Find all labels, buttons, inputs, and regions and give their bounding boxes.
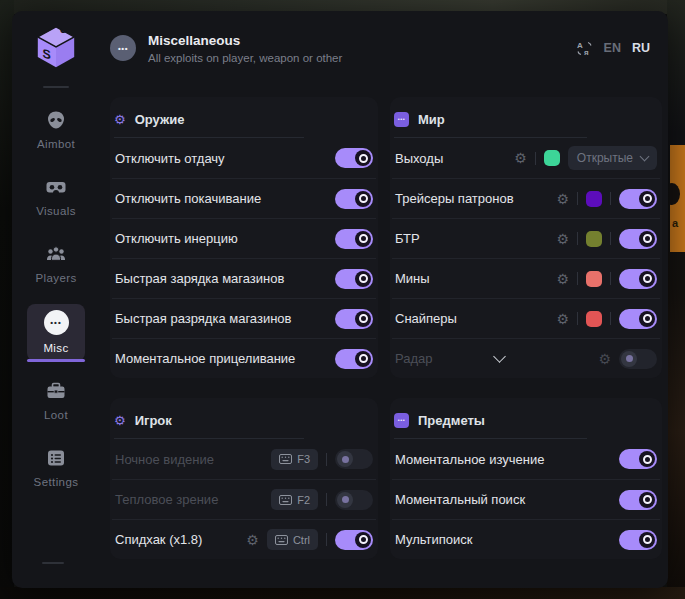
sidebar-item-label: Loot [44, 409, 68, 421]
sidebar-item-loot[interactable]: Loot [27, 374, 85, 428]
chat-dots-icon [394, 112, 409, 127]
toggle-knob [355, 191, 371, 207]
hotkey-badge[interactable]: F2 [271, 489, 318, 510]
hotkey-label: F3 [297, 453, 310, 465]
toggle-on[interactable] [335, 309, 373, 329]
feature-row: Ночное видение F3 [112, 439, 376, 479]
banner-char: а [672, 217, 678, 229]
hotkey-label: Ctrl [293, 534, 310, 546]
section-rows: Выходы Открытые [392, 138, 660, 378]
toggle-on[interactable] [619, 189, 657, 209]
section-rows: Отключить отдачу Отключить покачивание О… [112, 138, 376, 378]
page-subtitle: All exploits on player, weapon or other [148, 52, 342, 64]
gear-icon [114, 414, 126, 427]
toggle-on[interactable] [335, 189, 373, 209]
keyboard-icon [279, 495, 292, 505]
chevron-down-icon[interactable] [493, 350, 506, 363]
page-avatar-ellipsis-icon [110, 35, 136, 61]
toggle-off[interactable] [335, 490, 373, 510]
toggle-on[interactable] [619, 229, 657, 249]
page-header: Miscellaneous All exploits on player, we… [100, 11, 668, 85]
toggle-knob [337, 451, 353, 467]
color-swatch[interactable] [586, 311, 602, 327]
toggle-on[interactable] [335, 349, 373, 369]
section-title: Мир [418, 112, 445, 127]
color-swatch[interactable] [586, 231, 602, 247]
feature-label: Моментальный поиск [395, 492, 525, 507]
toggle-off[interactable] [619, 349, 657, 369]
sidebar-bottom-divider [42, 562, 64, 564]
feature-label: БТР [395, 231, 420, 246]
gear-icon[interactable] [556, 192, 569, 206]
toggle-on[interactable] [335, 148, 373, 168]
section-world: Мир Выходы Открыт [390, 97, 662, 378]
section-title: Игрок [135, 413, 172, 428]
gear-icon[interactable] [598, 352, 611, 366]
feature-label: Быстрая зарядка магазинов [115, 271, 284, 286]
toggle-off[interactable] [335, 449, 373, 469]
feature-row: Моментальное изучение [392, 439, 660, 479]
toggle-on[interactable] [335, 530, 373, 550]
toggle-on[interactable] [619, 309, 657, 329]
sidebar: S G Aimbot [12, 11, 100, 588]
sidebar-item-label: Visuals [36, 205, 76, 217]
control-divider [610, 272, 611, 285]
sidebar-item-label: Players [35, 272, 76, 284]
color-swatch[interactable] [544, 150, 560, 166]
color-swatch[interactable] [586, 191, 602, 207]
toggle-on[interactable] [619, 490, 657, 510]
content: Оружие Отключить отдачу Отключить покачи… [100, 85, 668, 559]
page-title: Miscellaneous [148, 33, 342, 48]
gear-icon[interactable] [514, 151, 527, 165]
toggle-on[interactable] [335, 269, 373, 289]
lang-en-button[interactable]: EN [604, 41, 621, 55]
briefcase-icon [45, 380, 67, 402]
svg-text:я: я [584, 48, 589, 57]
section-items: Предметы Моментальное изучение Моменталь… [390, 398, 662, 559]
sidebar-item-misc[interactable]: Misc [27, 304, 85, 361]
control-divider [577, 232, 578, 245]
gear-icon[interactable] [556, 272, 569, 286]
screen: а S G Aimbot [0, 0, 685, 599]
control-divider [577, 272, 578, 285]
banner-mark [670, 183, 680, 205]
control-divider [610, 192, 611, 205]
sidebar-nav: Aimbot Visuals [12, 103, 100, 495]
chat-dots-icon [394, 413, 409, 428]
gear-icon[interactable] [556, 312, 569, 326]
feature-label: Спидхак (x1.8) [115, 532, 202, 547]
feature-row: Снайперы [392, 298, 660, 338]
language-switcher: A я EN RU [576, 40, 650, 57]
feature-label: Снайперы [395, 311, 457, 326]
section-rows: Моментальное изучение Моментальный поиск… [392, 439, 660, 559]
toggle-knob [639, 311, 655, 327]
hotkey-badge[interactable]: Ctrl [267, 529, 318, 550]
feature-row: Трейсеры патронов [392, 178, 660, 218]
translate-icon: A я [576, 40, 593, 57]
people-icon [45, 243, 67, 265]
game-background-bottom [0, 587, 685, 599]
feature-label: Моментальное прицеливание [115, 351, 295, 366]
toggle-on[interactable] [335, 229, 373, 249]
color-swatch[interactable] [586, 271, 602, 287]
feature-row: БТР [392, 218, 660, 258]
sidebar-item-settings[interactable]: Settings [27, 441, 85, 495]
exits-dropdown[interactable]: Открытые [568, 146, 657, 170]
app-logo-icon[interactable]: S G [33, 24, 79, 70]
section-header: Мир [392, 97, 660, 137]
feature-row: Спидхак (x1.8) [112, 519, 376, 559]
section-player: Игрок Ночное видение [110, 398, 378, 559]
toggle-on[interactable] [619, 530, 657, 550]
gear-icon[interactable] [246, 533, 259, 547]
toggle-on[interactable] [619, 269, 657, 289]
sidebar-item-players[interactable]: Players [27, 237, 85, 291]
feature-row-radar: Радар [392, 338, 660, 378]
sidebar-item-aimbot[interactable]: Aimbot [27, 103, 85, 157]
hotkey-badge[interactable]: F3 [271, 449, 318, 470]
feature-label: Моментальное изучение [395, 452, 544, 467]
sidebar-item-visuals[interactable]: Visuals [27, 170, 85, 224]
gear-icon[interactable] [556, 232, 569, 246]
toggle-on[interactable] [619, 449, 657, 469]
lang-ru-button[interactable]: RU [632, 41, 650, 55]
control-divider [326, 493, 327, 506]
